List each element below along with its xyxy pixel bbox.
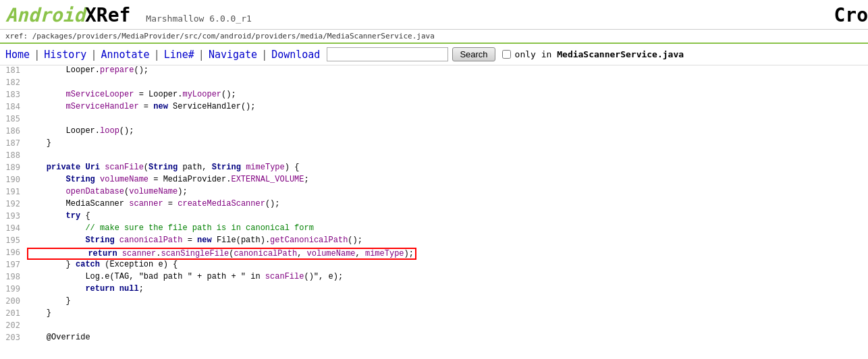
line-number[interactable]: 182 xyxy=(0,78,27,87)
line-content: private Uri scanFile(String path, String… xyxy=(27,163,299,172)
code-line: 190 String volumeName = MediaProvider.EX… xyxy=(0,175,868,187)
code-line: 191 openDatabase(volumeName); xyxy=(0,187,868,199)
cross-reference-label: Cro xyxy=(834,4,868,26)
breadcrumb: xref: /packages/providers/MediaProvider/… xyxy=(0,30,868,44)
code-line: 199 return null; xyxy=(0,284,868,296)
sep-2: | xyxy=(90,49,97,61)
code-line: 203 @Override xyxy=(0,333,868,345)
code-line: 185 xyxy=(0,114,868,126)
logo-version: Marshmallow 6.0.0_r1 xyxy=(146,13,252,24)
line-number[interactable]: 181 xyxy=(0,65,27,75)
line-number[interactable]: 198 xyxy=(0,272,27,281)
line-number[interactable]: 192 xyxy=(0,199,27,209)
line-content: return null; xyxy=(27,284,144,294)
code-line: 195 String canonicalPath = new File(path… xyxy=(0,236,868,248)
line-content: Looper.loop(); xyxy=(27,126,134,136)
nav-annotate[interactable]: Annotate xyxy=(101,49,149,61)
line-number[interactable]: 199 xyxy=(0,284,27,294)
line-content: openDatabase(volumeName); xyxy=(27,187,188,196)
logo-android: Android xyxy=(5,4,85,26)
line-number[interactable]: 189 xyxy=(0,163,27,172)
line-content: } catch (Exception e) { xyxy=(27,260,178,269)
code-line: 198 Log.e(TAG, "bad path " + path + " in… xyxy=(0,272,868,284)
logo: AndroidXRef Marshmallow 6.0.0_r1 xyxy=(5,4,252,26)
line-content: mServiceHandler = new ServiceHandler(); xyxy=(27,102,255,111)
code-line: 202 xyxy=(0,321,868,333)
line-number[interactable]: 196 xyxy=(0,248,27,257)
nav-download[interactable]: Download xyxy=(271,49,320,61)
line-content: } xyxy=(27,138,51,148)
code-line: 200 } xyxy=(0,296,868,308)
sep-1: | xyxy=(34,49,40,61)
code-line: 192 MediaScanner scanner = createMediaSc… xyxy=(0,199,868,211)
nav-home[interactable]: Home xyxy=(5,49,30,61)
only-in-file-checkbox[interactable] xyxy=(502,50,511,59)
sep-5: | xyxy=(261,49,267,61)
line-number[interactable]: 201 xyxy=(0,308,27,318)
code-line: 189 private Uri scanFile(String path, St… xyxy=(0,163,868,175)
code-line: 184 mServiceHandler = new ServiceHandler… xyxy=(0,102,868,114)
header: AndroidXRef Marshmallow 6.0.0_r1 Cro xyxy=(0,0,868,30)
code-line: 194 // make sure the file path is in can… xyxy=(0,223,868,236)
nav-navigate[interactable]: Navigate xyxy=(209,49,257,61)
code-line: 181 Looper.prepare(); xyxy=(0,65,868,78)
line-number[interactable]: 194 xyxy=(0,223,27,233)
only-label-file: MediaScannerService.java xyxy=(557,49,684,59)
code-line: 196 return scanner.scanSingleFile(canoni… xyxy=(0,248,868,260)
code-line: 197 } catch (Exception e) { xyxy=(0,260,868,272)
line-content: Looper.prepare(); xyxy=(27,65,148,75)
code-line: 187 } xyxy=(0,138,868,150)
only-label-prefix: only in xyxy=(515,49,558,59)
logo-xref: XRef xyxy=(85,4,130,26)
line-number[interactable]: 185 xyxy=(0,114,27,123)
code-line: 188 xyxy=(0,150,868,163)
line-number[interactable]: 188 xyxy=(0,150,27,160)
line-content: @Override xyxy=(27,333,90,342)
line-content: // make sure the file path is in canonic… xyxy=(27,223,314,233)
search-input[interactable] xyxy=(327,47,448,61)
line-number[interactable]: 191 xyxy=(0,187,27,196)
line-number[interactable]: 187 xyxy=(0,138,27,148)
line-number[interactable]: 183 xyxy=(0,90,27,99)
search-button[interactable]: Search xyxy=(452,47,495,61)
line-number[interactable]: 190 xyxy=(0,175,27,184)
sep-4: | xyxy=(198,49,205,61)
line-content: String volumeName = MediaProvider.EXTERN… xyxy=(27,175,309,184)
code-line: 201 } xyxy=(0,308,868,321)
nav-history[interactable]: History xyxy=(44,49,86,61)
only-in-file-label: only in MediaScannerService.java xyxy=(515,49,684,59)
line-content: } xyxy=(27,296,71,306)
line-number[interactable]: 197 xyxy=(0,260,27,269)
breadcrumb-text: xref: /packages/providers/MediaProvider/… xyxy=(5,32,435,40)
top-bar: AndroidXRef Marshmallow 6.0.0_r1 Cro xyxy=(0,0,868,30)
code-line: 183 mServiceLooper = Looper.myLooper(); xyxy=(0,90,868,102)
navbar: Home | History | Annotate | Line# | Navi… xyxy=(0,44,868,65)
code-line: 193 try { xyxy=(0,211,868,223)
line-content: try { xyxy=(27,211,90,221)
line-content: String canonicalPath = new File(path).ge… xyxy=(27,236,362,245)
line-number[interactable]: 200 xyxy=(0,296,27,306)
line-number[interactable]: 184 xyxy=(0,102,27,111)
line-number[interactable]: 203 xyxy=(0,333,27,342)
line-content: MediaScanner scanner = createMediaScanne… xyxy=(27,199,280,209)
line-number[interactable]: 195 xyxy=(0,236,27,245)
line-number[interactable]: 202 xyxy=(0,321,27,330)
nav-line[interactable]: Line# xyxy=(164,49,194,61)
line-number[interactable]: 186 xyxy=(0,126,27,136)
line-content: mServiceLooper = Looper.myLooper(); xyxy=(27,90,236,99)
code-area: 181 Looper.prepare();182183 mServiceLoop… xyxy=(0,65,868,345)
line-number[interactable]: 193 xyxy=(0,211,27,221)
code-line: 186 Looper.loop(); xyxy=(0,126,868,138)
line-content: return scanner.scanSingleFile(canonicalP… xyxy=(27,248,416,260)
line-content: } xyxy=(27,308,51,318)
code-line: 182 xyxy=(0,78,868,90)
line-content: Log.e(TAG, "bad path " + path + " in sca… xyxy=(27,272,343,281)
sep-3: | xyxy=(154,49,160,61)
